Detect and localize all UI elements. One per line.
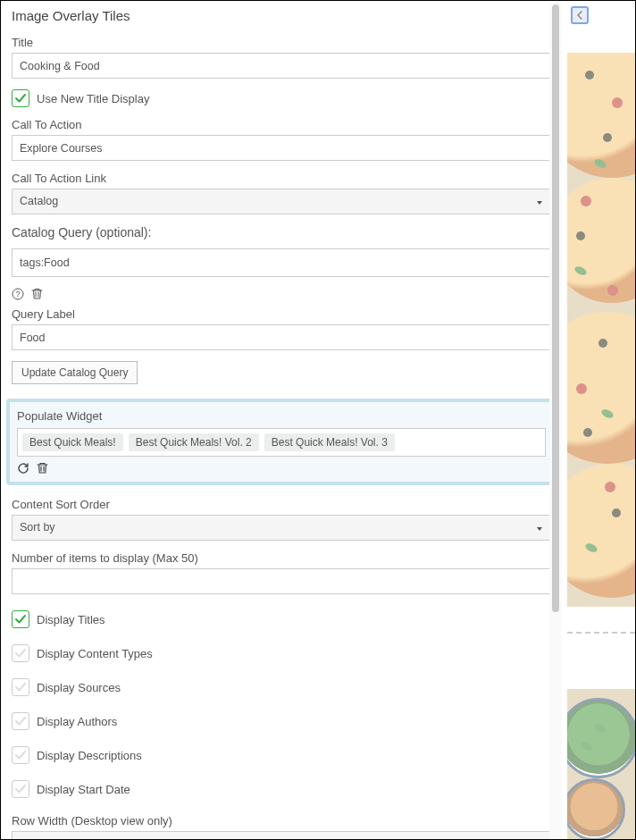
help-icon[interactable]: ? [12, 288, 24, 300]
check-icon [14, 715, 27, 727]
cta-link-select[interactable]: Catalog [12, 189, 551, 214]
trash-icon[interactable] [31, 288, 43, 300]
preview-pane [562, 1, 635, 839]
query-label-input[interactable] [12, 324, 551, 350]
chip[interactable]: Best Quick Meals! Vol. 3 [264, 433, 395, 451]
row-width-label: Row Width (Desktop view only) [12, 814, 551, 827]
catalog-query-label: Catalog Query (optional): [12, 225, 551, 239]
display-titles-label: Display Titles [37, 613, 105, 626]
row-width-select[interactable]: 3 items per row [12, 831, 551, 839]
cta-label: Call To Action [12, 118, 551, 131]
chip[interactable]: Best Quick Meals! Vol. 2 [129, 433, 259, 451]
check-icon [14, 681, 27, 693]
catalog-query-input[interactable] [12, 248, 551, 277]
sort-select[interactable]: Sort by [12, 515, 551, 541]
display-descriptions-label: Display Descriptions [37, 749, 142, 762]
chevron-left-icon [576, 11, 583, 20]
check-icon [14, 613, 27, 626]
populate-widget-input[interactable]: Best Quick Meals! Best Quick Meals! Vol.… [17, 428, 546, 457]
scrollbar-thumb[interactable] [552, 4, 559, 612]
update-catalog-query-button[interactable]: Update Catalog Query [12, 361, 138, 384]
cta-input[interactable] [12, 135, 551, 161]
display-sources-checkbox[interactable] [12, 678, 29, 696]
num-items-input[interactable] [12, 568, 551, 594]
svg-text:?: ? [15, 290, 20, 298]
preview-tile-image [567, 689, 635, 840]
sort-label: Content Sort Order [12, 498, 551, 511]
display-authors-label: Display Authors [37, 715, 117, 728]
display-start-date-checkbox[interactable] [12, 780, 29, 798]
collapse-preview-button[interactable] [571, 6, 589, 24]
cta-link-label: Call To Action Link [12, 172, 551, 185]
preview-tile-image [567, 53, 635, 607]
display-content-types-checkbox[interactable] [12, 644, 29, 662]
display-content-types-label: Display Content Types [37, 647, 153, 660]
tile-separator [567, 632, 635, 634]
use-new-title-checkbox[interactable] [12, 89, 29, 107]
trash-icon[interactable] [37, 462, 48, 475]
display-start-date-label: Display Start Date [37, 783, 130, 796]
page-title: Image Overlay Tiles [12, 8, 551, 23]
scrollbar[interactable] [549, 1, 562, 839]
check-icon [14, 783, 27, 795]
populate-widget-label: Populate Widget [17, 409, 546, 423]
check-icon [14, 92, 27, 105]
check-icon [14, 647, 27, 659]
query-label-label: Query Label [12, 307, 551, 321]
display-authors-checkbox[interactable] [12, 712, 29, 730]
title-label: Title [12, 36, 551, 49]
use-new-title-label: Use New Title Display [37, 92, 149, 105]
title-input[interactable] [12, 53, 551, 79]
populate-widget-section: Populate Widget Best Quick Meals! Best Q… [6, 399, 556, 485]
refresh-icon[interactable] [17, 462, 29, 475]
display-sources-label: Display Sources [37, 681, 121, 694]
display-descriptions-checkbox[interactable] [12, 746, 29, 764]
num-items-label: Number of items to display (Max 50) [12, 551, 551, 565]
display-titles-checkbox[interactable] [12, 610, 29, 628]
check-icon [14, 749, 27, 761]
chip[interactable]: Best Quick Meals! [22, 433, 123, 451]
form-panel: Image Overlay Tiles Title Use New Title … [1, 1, 562, 839]
